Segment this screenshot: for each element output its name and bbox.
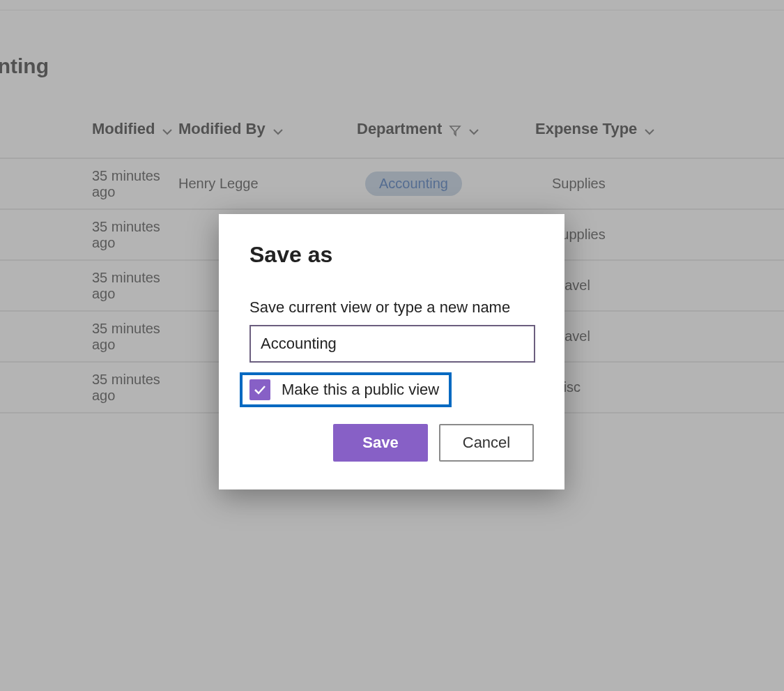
checkbox-label: Make this a public view <box>282 381 439 399</box>
view-name-input[interactable] <box>249 325 535 363</box>
save-as-dialog: Save as Save current view or type a new … <box>219 214 564 489</box>
cancel-button[interactable]: Cancel <box>439 424 534 462</box>
dialog-prompt: Save current view or type a new name <box>249 298 534 317</box>
dialog-button-row: Save Cancel <box>249 424 534 462</box>
public-view-checkbox-group[interactable]: Make this a public view <box>240 372 452 407</box>
save-button[interactable]: Save <box>333 424 428 462</box>
dialog-title: Save as <box>249 242 534 268</box>
checkbox-checked-icon[interactable] <box>249 379 270 400</box>
